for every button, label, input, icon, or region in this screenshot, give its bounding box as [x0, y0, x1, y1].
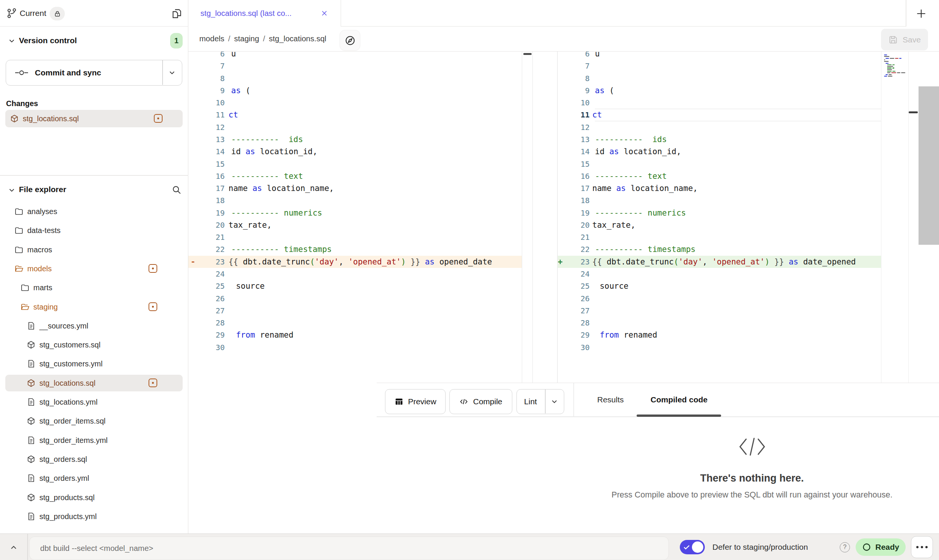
code-line-20[interactable]: tax_rate, — [592, 219, 635, 231]
code-line-6[interactable]: u — [231, 52, 236, 60]
line-number: 11 — [567, 109, 590, 121]
file-tree-item-marts[interactable]: marts — [0, 278, 188, 297]
code-line-16[interactable]: ---------- text — [595, 170, 667, 182]
code-line-25[interactable]: source — [231, 280, 265, 292]
file-name: analyses — [27, 202, 57, 221]
minimap-code-segment — [888, 76, 892, 77]
breadcrumb-part[interactable]: staging — [234, 34, 259, 43]
file-tree-item-staging[interactable]: staging — [0, 297, 188, 316]
more-options-button[interactable] — [911, 536, 933, 558]
code-line-9[interactable]: as ( — [231, 84, 250, 97]
file-tree-item-data-tests[interactable]: data-tests — [0, 221, 188, 240]
code-line-14[interactable]: id as location_id, — [595, 145, 681, 158]
code-line-6[interactable]: u — [595, 52, 600, 60]
line-number: 10 — [567, 97, 590, 109]
minimap[interactable] — [881, 52, 909, 383]
help-icon[interactable]: ? — [840, 542, 850, 552]
window-scrollbar[interactable] — [919, 86, 939, 245]
line-number: 13 — [567, 133, 590, 145]
commit-and-sync-button[interactable]: Commit and sync — [6, 60, 182, 86]
tab-stg-locations[interactable]: stg_locations.sql (last co... — [188, 0, 341, 27]
code-line-23[interactable]: {{ dbt.date_trunc('day', 'opened_at') }}… — [228, 256, 492, 268]
left-pane-scrollbar[interactable] — [522, 52, 533, 383]
save-floppy-icon — [888, 35, 898, 45]
modified-badge — [149, 264, 157, 273]
version-control-title[interactable]: Version control — [19, 36, 77, 45]
file-tree-item-stg-orders-yml[interactable]: stg_orders.yml — [0, 469, 188, 488]
file-tree-item-macros[interactable]: macros — [0, 240, 188, 259]
compile-button[interactable]: Compile — [449, 389, 512, 414]
scrollbar-thumb[interactable] — [523, 53, 532, 55]
file-tree-item-models[interactable]: models — [0, 259, 188, 278]
line-number: 17 — [567, 182, 590, 194]
defer-toggle[interactable] — [680, 540, 705, 554]
ready-label: Ready — [875, 543, 899, 552]
file-tree-item-stg-customers-sql[interactable]: stg_customers.sql — [0, 335, 188, 354]
file-tree-item-stg-customers-yml[interactable]: stg_customers.yml — [0, 354, 188, 373]
changed-file-item[interactable]: stg_locations.sql — [5, 110, 183, 127]
code-line-14[interactable]: id as location_id, — [231, 145, 318, 158]
code-line-25[interactable]: source — [595, 280, 629, 292]
line-number: 6 — [567, 52, 590, 60]
command-input[interactable]: dbt build --select <model_name> — [29, 537, 669, 560]
code-line-13[interactable]: ---------- ids — [231, 133, 303, 145]
code-line-19[interactable]: ---------- numerics — [595, 207, 686, 219]
code-line-11[interactable]: ct — [592, 109, 602, 121]
code-line-29[interactable]: from renamed — [595, 329, 657, 341]
line-number: 13 — [202, 133, 225, 145]
tab-results[interactable]: Results — [594, 383, 627, 416]
file-tree-item-analyses[interactable]: analyses — [0, 202, 188, 221]
code-line-9[interactable]: as ( — [595, 84, 614, 97]
save-button[interactable]: Save — [881, 29, 928, 50]
code-editor[interactable]: 678910111213141516171819202122-232425262… — [188, 52, 939, 383]
line-number: 27 — [567, 305, 590, 317]
lineage-compass-icon[interactable] — [340, 30, 360, 51]
code-line-20[interactable]: tax_rate, — [228, 219, 272, 231]
lint-label: Lint — [524, 397, 537, 406]
status-badge[interactable]: Ready — [856, 538, 906, 556]
commit-dropdown-chevron-icon[interactable] — [168, 69, 176, 77]
code-line-17[interactable]: name as location_name, — [228, 182, 334, 194]
commit-icon — [15, 70, 28, 76]
code-line-19[interactable]: ---------- numerics — [231, 207, 322, 219]
code-line-16[interactable]: ---------- text — [231, 170, 303, 182]
file-tree-item-stg-orders-sql[interactable]: stg_orders.sql — [0, 450, 188, 469]
breadcrumb-part[interactable]: stg_locations.sql — [269, 34, 327, 43]
breadcrumb-part[interactable]: models — [199, 34, 224, 43]
file-tree-item--sources-yml[interactable]: __sources.yml — [0, 316, 188, 335]
chevron-up-icon[interactable] — [9, 543, 18, 552]
right-pane-code[interactable]: uas (ct---------- idsid as location_id,-… — [592, 52, 880, 383]
file-tree-item-stg-order-items-sql[interactable]: stg_order_items.sql — [0, 411, 188, 430]
line-number: 29 — [202, 329, 225, 341]
close-icon[interactable] — [320, 9, 329, 17]
file-tree-item-stg-order-items-yml[interactable]: stg_order_items.yml — [0, 431, 188, 450]
file-tree-item-stg-locations-sql[interactable]: stg_locations.sql — [0, 374, 188, 393]
minimap-code-segment — [892, 64, 895, 65]
file-tree-item-stg-locations-yml[interactable]: stg_locations.yml — [0, 393, 188, 411]
diff-plus-sign: + — [558, 256, 563, 268]
file-explorer-chevron-icon[interactable] — [8, 186, 16, 194]
file-explorer-title[interactable]: File explorer — [19, 185, 66, 194]
scroll-indicator-dash[interactable] — [909, 111, 918, 113]
lint-button[interactable]: Lint — [516, 389, 564, 414]
line-number: 16 — [202, 170, 225, 182]
code-line-11[interactable]: ct — [228, 109, 238, 121]
file-tree-item-stg-products-sql[interactable]: stg_products.sql — [0, 488, 188, 507]
file-tree-item-stg-products-yml[interactable]: stg_products.yml — [0, 507, 188, 526]
version-control-chevron-icon[interactable] — [8, 37, 16, 45]
tab-compiled-code[interactable]: Compiled code — [647, 383, 711, 416]
preview-button[interactable]: Preview — [385, 389, 446, 414]
code-line-17[interactable]: name as location_name, — [592, 182, 698, 194]
new-tab-plus-icon[interactable] — [915, 8, 927, 20]
lint-dropdown-chevron-icon[interactable] — [550, 397, 559, 406]
code-line-13[interactable]: ---------- ids — [595, 133, 667, 145]
line-number: 22 — [567, 243, 590, 255]
code-line-22[interactable]: ---------- timestamps — [595, 243, 696, 255]
copy-icon[interactable] — [171, 8, 183, 20]
search-icon[interactable] — [171, 185, 182, 195]
code-line-22[interactable]: ---------- timestamps — [231, 243, 332, 255]
code-line-29[interactable]: from renamed — [231, 329, 293, 341]
left-pane-code[interactable]: uas (ct---------- idsid as location_id,-… — [228, 52, 521, 383]
minimap-code-segment — [887, 72, 890, 73]
code-line-23[interactable]: {{ dbt.date_trunc('day', 'opened_at') }}… — [592, 256, 856, 268]
